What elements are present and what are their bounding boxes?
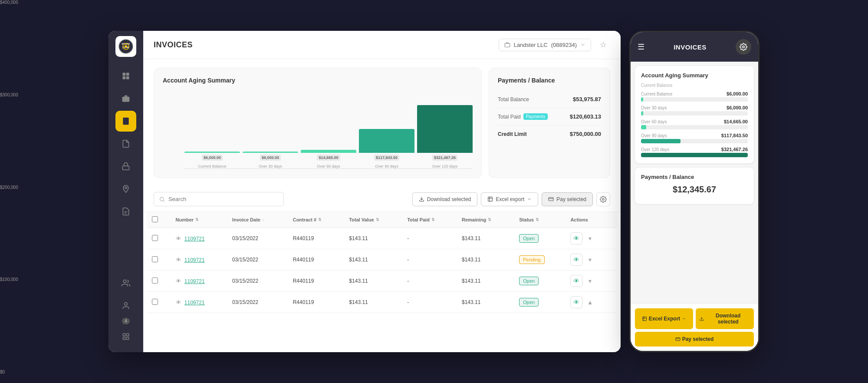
sidebar-item-reports[interactable]	[115, 201, 136, 222]
payments-badge: Payments	[523, 113, 548, 120]
mobile-bar-row-30: Over 30 days $6,000.00	[641, 105, 748, 116]
th-contract: Contract # ⇅	[288, 212, 344, 228]
excel-chevron-icon	[527, 197, 532, 201]
sidebar-item-dashboard[interactable]	[115, 66, 136, 86]
sidebar-item-security[interactable]	[115, 156, 136, 177]
sidebar-item-location[interactable]	[115, 178, 136, 199]
search-input[interactable]	[168, 196, 278, 202]
download-icon	[419, 196, 424, 202]
pay-selected-button[interactable]: Pay selected	[542, 192, 593, 206]
invoice-link-3[interactable]: 1109721	[184, 278, 205, 284]
mobile-bar-header-120: Over 120 days $321,467.26	[641, 147, 748, 152]
th-remaining-sort[interactable]: Remaining ⇅	[462, 217, 509, 222]
desktop-app: WORK ZONE	[108, 31, 621, 352]
bar-val-120: $321,467.26	[432, 155, 457, 161]
th-status-sort[interactable]: Status ⇅	[519, 217, 560, 222]
mobile-bar-track-60	[641, 125, 748, 129]
svg-rect-22	[123, 337, 125, 340]
mobile-download-button[interactable]: Download selected	[696, 308, 754, 329]
expand-button-4[interactable]: ▲	[584, 296, 596, 308]
view-button-1[interactable]: 👁	[570, 232, 582, 244]
mobile-pay-button[interactable]: Pay selected	[635, 332, 754, 347]
mobile-gear-button[interactable]	[736, 39, 751, 55]
chart-baseline	[184, 168, 473, 169]
invoice-table: Number ⇅ Invoice Date ↓	[147, 212, 617, 313]
paid-value: $120,603.13	[570, 113, 601, 120]
sidebar-item-invoices[interactable]	[115, 111, 136, 132]
search-box[interactable]	[154, 192, 284, 206]
sort-icon-remaining: ⇅	[488, 218, 491, 222]
invoice-link-1[interactable]: 1109721	[184, 236, 205, 242]
mobile-footer: Excel Export Download selected Pay selec…	[631, 304, 758, 351]
sidebar-item-contacts[interactable]	[115, 273, 136, 294]
th-total-value-sort[interactable]: Total Value ⇅	[349, 217, 397, 222]
th-number: Number ⇅	[171, 212, 227, 228]
mobile-bar-header-30: Over 30 days $6,000.00	[641, 105, 748, 110]
favorite-button[interactable]: ☆	[596, 38, 610, 52]
mobile-bar-row-current: Current Balance $6,000.00	[641, 91, 748, 102]
bar-val-60: $14,665.00	[317, 155, 340, 161]
mobile-bar-header-90: Over 90 days $117,843.50	[641, 133, 748, 138]
th-total-paid-sort[interactable]: Total Paid ⇅	[407, 217, 451, 222]
th-date-sort[interactable]: Invoice Date ↓	[232, 217, 283, 222]
sidebar-item-documents[interactable]	[115, 133, 136, 154]
expand-button-3[interactable]: ▾	[584, 275, 596, 287]
sort-icon-date: ↓	[262, 218, 264, 222]
expand-button-1[interactable]: ▾	[584, 232, 596, 244]
sidebar-item-profile[interactable]	[115, 295, 136, 316]
balance-label: Total Balance	[498, 96, 529, 102]
th-contract-sort[interactable]: Contract # ⇅	[293, 217, 339, 222]
expand-button-2[interactable]: ▾	[584, 254, 596, 266]
row-checkbox-4[interactable]	[152, 299, 158, 305]
download-selected-button[interactable]: Download selected	[412, 192, 477, 206]
td-total-paid-4: -	[402, 292, 457, 313]
hamburger-menu[interactable]: ☰	[638, 42, 644, 52]
mobile-download-icon	[699, 316, 704, 321]
select-all-checkbox[interactable]	[152, 216, 158, 222]
mobile-bar-amt-60: $14,665.00	[724, 119, 748, 124]
svg-rect-6	[126, 73, 129, 76]
th-number-sort[interactable]: Number ⇅	[176, 217, 222, 222]
row-checkbox-1[interactable]	[152, 235, 158, 241]
company-name: Landster LLC	[514, 42, 548, 48]
preview-icon-4: 👁	[176, 299, 181, 306]
td-checkbox-1	[147, 228, 171, 249]
company-selector[interactable]: Landster LLC (0889234)	[499, 39, 591, 51]
invoice-link-2[interactable]: 1109721	[184, 257, 205, 263]
mobile-excel-export-button[interactable]: Excel Export	[635, 308, 693, 329]
sidebar: WORK ZONE	[108, 31, 143, 352]
td-date-1: 03/15/2022	[227, 228, 288, 249]
charts-section: Account Aging Summary $400,000 $300,000 …	[143, 59, 621, 187]
main-header: INVOICES Landster LLC (0889234) ☆	[143, 31, 621, 59]
sidebar-item-extra[interactable]	[115, 326, 136, 347]
th-status: Status ⇅	[514, 212, 565, 228]
sidebar-item-jobs[interactable]	[115, 88, 136, 109]
excel-export-button[interactable]: Excel export	[481, 192, 538, 206]
view-button-4[interactable]: 👁	[570, 296, 582, 308]
mobile-bar-track-90	[641, 139, 748, 143]
td-actions-1: 👁 ▾	[565, 228, 617, 249]
mobile-bar-fill-90	[641, 139, 681, 143]
td-total-value-3: $143.11	[344, 271, 402, 292]
mobile-bar-fill-30	[641, 111, 643, 116]
mobile-bar-fill-60	[641, 125, 646, 129]
mobile-bar-cat-30: Over 30 days	[641, 106, 667, 110]
td-number-3: 👁 1109721	[171, 271, 227, 292]
mobile-bar-amt-90: $117,843.50	[721, 133, 748, 138]
mobile-bar-row-120: Over 120 days $321,467.26	[641, 147, 748, 157]
th-date-label: Invoice Date	[232, 217, 260, 222]
mobile-bar-fill-120	[641, 153, 748, 157]
settings-button[interactable]	[596, 192, 610, 206]
svg-rect-39	[676, 338, 680, 341]
row-checkbox-3[interactable]	[152, 277, 158, 284]
payment-row-credit: Credit Limit $750,000.00	[498, 125, 601, 142]
mobile-bar-cat-current: Current Balance	[641, 92, 672, 96]
th-status-label: Status	[519, 217, 534, 222]
mobile-header: ☰ INVOICES	[631, 32, 758, 62]
view-button-3[interactable]: 👁	[570, 275, 582, 287]
view-button-2[interactable]: 👁	[570, 254, 582, 266]
invoice-link-4[interactable]: 1109721	[184, 300, 205, 306]
mobile-bar-amt-120: $321,467.26	[721, 147, 748, 152]
bar-chart-card: Account Aging Summary $400,000 $300,000 …	[154, 68, 482, 178]
row-checkbox-2[interactable]	[152, 256, 158, 262]
